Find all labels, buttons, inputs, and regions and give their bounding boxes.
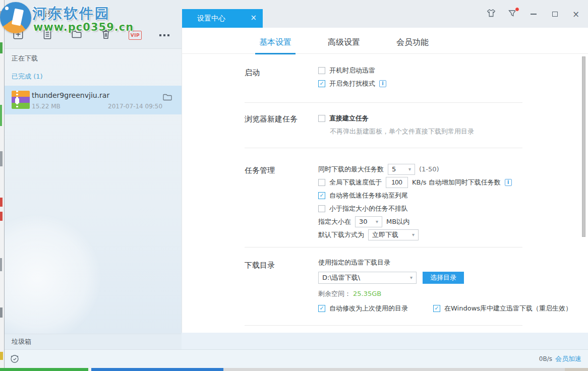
trash-icon <box>100 28 112 42</box>
background-fragment <box>0 11 3 17</box>
info-icon[interactable]: i <box>379 80 386 87</box>
background-desktop-sliver <box>0 0 4 371</box>
vip-icon: VIP <box>129 31 142 40</box>
delete-task-button[interactable] <box>99 29 112 42</box>
background-fragment <box>0 307 3 318</box>
section-divider <box>245 325 522 326</box>
trash-bin-label: 垃圾箱 <box>12 337 31 346</box>
size-limit-dropdown[interactable]: 30 ▾ <box>355 216 382 227</box>
background-fragment <box>0 42 3 53</box>
file-name: thunder9greenvjiu.rar <box>32 91 109 99</box>
section-startup-label: 启动 <box>245 68 260 78</box>
tab-basic-settings[interactable]: 基本设置 <box>241 32 310 54</box>
checkbox-dnd[interactable]: ✓ <box>318 80 325 87</box>
open-folder-button[interactable] <box>70 29 83 42</box>
section-divider <box>245 247 522 248</box>
new-task-button[interactable] <box>12 29 25 42</box>
group-completed[interactable]: 已完成 (1) <box>12 72 43 81</box>
max-tasks-dropdown[interactable]: 5 ▾ <box>388 164 415 175</box>
message-center-button[interactable] <box>507 9 517 19</box>
checkbox-no-queue[interactable] <box>318 205 325 212</box>
section-browser: 直接建立任务 不再弹出新建面板，单个文件直接下载到常用目录 <box>318 112 474 138</box>
free-space-value: 25.35GB <box>353 290 381 297</box>
schedule-clock-icon[interactable] <box>10 354 20 366</box>
background-circle-art <box>5 215 100 334</box>
checkbox-speed-rule[interactable] <box>318 179 325 186</box>
download-toolbar: VIP <box>12 29 171 42</box>
checkbox-auto-modify[interactable]: ✓ <box>318 305 325 312</box>
autostart-label: 开机时启动迅雷 <box>329 66 375 75</box>
use-dir-title: 使用指定的迅雷下载目录 <box>318 258 390 267</box>
open-file-folder-icon[interactable] <box>162 93 172 103</box>
section-divider <box>245 102 522 103</box>
member-accelerate-link[interactable]: 会员加速 <box>555 354 581 363</box>
taskbar-item[interactable] <box>0 368 88 371</box>
move-slow-label: 自动将低速任务移动至列尾 <box>329 191 408 200</box>
panel-left-divider <box>182 28 182 333</box>
default-mode-dropdown[interactable]: 立即下载 ▾ <box>368 229 419 240</box>
free-space-label: 剩余空间： <box>318 289 351 298</box>
auto-modify-label: 自动修改为上次使用的目录 <box>329 304 408 313</box>
close-window-button[interactable]: × <box>571 9 581 19</box>
caret-down-icon: ▾ <box>412 232 415 237</box>
taskbar-item[interactable] <box>91 368 223 371</box>
speed-rule-prefix: 全局下载速度低于 <box>329 178 382 187</box>
direct-task-label: 直接建立任务 <box>329 114 369 123</box>
settings-panel-title: 设置中心 <box>197 14 225 23</box>
section-tasks-label: 任务管理 <box>245 166 275 175</box>
vip-button[interactable]: VIP <box>129 29 142 42</box>
ellipsis-icon <box>159 34 169 36</box>
windows-taskbar[interactable] <box>0 368 588 371</box>
notification-badge <box>515 7 519 12</box>
direct-task-note: 不再弹出新建面板，单个文件直接下载到常用目录 <box>330 127 474 136</box>
taskbar-item[interactable] <box>565 368 588 371</box>
caret-down-icon: ▾ <box>410 275 413 280</box>
screen: 点击登录 <box>0 0 588 371</box>
tab-advanced-settings[interactable]: 高级设置 <box>310 32 378 54</box>
settings-content: 基本设置 高级设置 会员功能 启动 开机时启动迅雷 ✓ 开启免打扰模式 i 浏览… <box>182 28 588 333</box>
checkbox-direct-task[interactable] <box>318 115 325 122</box>
more-button[interactable] <box>158 29 171 42</box>
plus-square-icon <box>12 28 24 42</box>
login-link[interactable]: 点击登录 <box>33 10 62 19</box>
settings-panel-tab[interactable]: 设置中心 × <box>182 9 263 28</box>
background-fragment <box>0 151 3 166</box>
maximize-button[interactable] <box>550 9 560 19</box>
close-panel-icon[interactable]: × <box>250 9 257 28</box>
speed-status-group: 0B/s 会员加速 <box>539 350 581 368</box>
tab-member-features[interactable]: 会员功能 <box>378 32 447 54</box>
close-icon: × <box>572 10 579 19</box>
checkbox-move-slow[interactable]: ✓ <box>318 192 325 199</box>
status-bar: 0B/s 会员加速 <box>5 349 588 368</box>
section-browser-label: 浏览器新建任务 <box>245 114 298 124</box>
settings-scrollbar[interactable] <box>582 56 585 237</box>
checkbox-win-library[interactable]: ✓ <box>433 305 440 312</box>
checkbox-autostart[interactable] <box>318 67 325 74</box>
download-list: 正在下载 已完成 (1) thunder9greenvjiu.rar 15.22… <box>5 49 182 334</box>
download-path-dropdown[interactable]: D:\迅雷下载\ ▾ <box>318 272 417 284</box>
background-fragment <box>0 198 3 207</box>
folder-icon <box>71 28 83 42</box>
win-library-group: ✓ 在Windows库中建立迅雷下载（重启生效） <box>433 302 572 315</box>
download-item-row[interactable]: thunder9greenvjiu.rar 15.22 MB 2017-07-1… <box>5 86 182 114</box>
section-divider <box>245 148 522 148</box>
trash-bin-item[interactable]: 垃圾箱 <box>5 334 182 349</box>
section-dir-label: 下载目录 <box>245 261 275 270</box>
no-queue-label: 小于指定大小的任务不排队 <box>329 204 408 213</box>
file-date: 2017-07-14 09:50 <box>108 103 162 110</box>
shirt-icon <box>486 8 496 20</box>
max-tasks-label: 同时下载的最大任务数 <box>318 165 384 174</box>
group-downloading[interactable]: 正在下载 <box>12 54 38 63</box>
minimize-icon <box>531 14 537 15</box>
background-fragment <box>0 212 3 221</box>
settings-bottom-strip <box>182 333 588 349</box>
choose-directory-button[interactable]: 选择目录 <box>423 272 464 284</box>
minimize-button[interactable] <box>528 9 539 19</box>
speed-threshold-input[interactable] <box>386 177 408 188</box>
file-size: 15.22 MB <box>32 103 61 110</box>
speed-rule-suffix: KB/s 自动增加同时下载任务数 <box>412 178 501 187</box>
info-icon[interactable]: i <box>505 179 512 186</box>
change-skin-button[interactable] <box>486 9 496 19</box>
max-tasks-range: (1-50) <box>419 165 439 173</box>
task-list-button[interactable] <box>41 29 54 42</box>
